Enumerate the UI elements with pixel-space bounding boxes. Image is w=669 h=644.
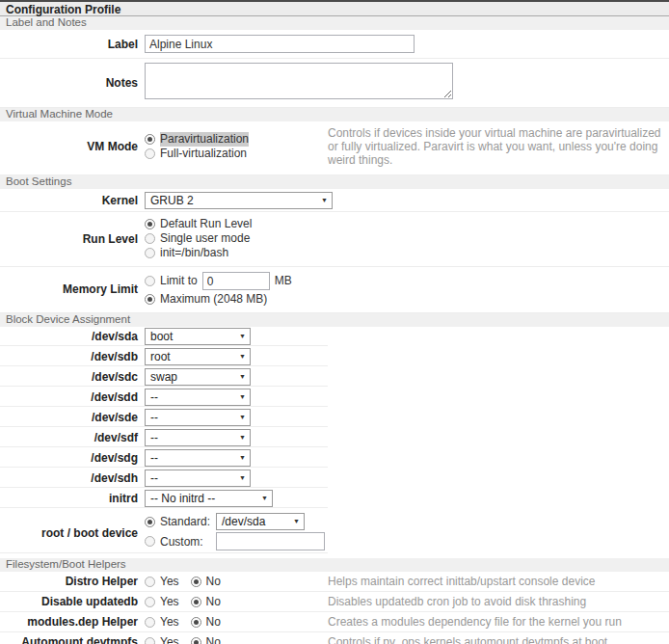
init-bin-bash-radio[interactable]	[145, 248, 155, 258]
chevron-down-icon: ▼	[321, 193, 328, 208]
chevron-down-icon: ▼	[239, 329, 246, 344]
label-row: Label	[0, 30, 669, 59]
device-row-sdf: /dev/sdf -- ▼	[0, 428, 669, 448]
kernel-row: Kernel GRUB 2 ▼	[0, 189, 669, 212]
device-sdh-select-value: --	[150, 470, 158, 486]
maximum-memory-radio[interactable]	[145, 294, 155, 305]
disable-updatedb-help-text: Disables updatedb cron job to avoid disk…	[328, 595, 669, 608]
custom-device-radio[interactable]	[145, 536, 155, 547]
no-label[interactable]: No	[206, 595, 221, 608]
single-user-mode-radio[interactable]	[145, 233, 155, 244]
automount-devtmpfs-no-radio[interactable]	[191, 637, 201, 644]
device-sdd-select-value: --	[150, 389, 158, 405]
device-sdg-select[interactable]: -- ▼	[145, 449, 251, 467]
chevron-down-icon: ▼	[239, 430, 246, 445]
device-sdd-select[interactable]: -- ▼	[145, 389, 251, 406]
device-sdf-label: /dev/sdf	[0, 431, 145, 444]
automount-devtmpfs-yes-radio[interactable]	[145, 637, 155, 644]
automount-devtmpfs-help-text: Controls if pv_ops kernels automount dev…	[328, 635, 669, 644]
section-boot-settings: Boot Settings	[0, 175, 669, 189]
distro-helper-label: Distro Helper	[0, 575, 145, 588]
device-sde-label: /dev/sde	[0, 411, 145, 424]
modules-dep-yes-radio[interactable]	[145, 617, 155, 628]
yes-label[interactable]: Yes	[160, 635, 179, 644]
disable-updatedb-no-radio[interactable]	[191, 597, 201, 607]
yes-label[interactable]: Yes	[160, 595, 179, 608]
device-sdc-label: /dev/sdc	[0, 370, 145, 384]
section-virtual-machine-mode: Virtual Machine Mode	[0, 108, 669, 121]
chevron-down-icon: ▼	[239, 450, 246, 466]
automount-devtmpfs-label: Automount devtmpfs	[0, 635, 145, 644]
device-sde-select[interactable]: -- ▼	[145, 409, 251, 426]
init-bin-bash-option-label[interactable]: init=/bin/bash	[160, 246, 228, 260]
device-sdg-label: /dev/sdg	[0, 451, 145, 465]
initrd-row: initrd -- No initrd -- ▼	[0, 489, 669, 509]
distro-helper-no-radio[interactable]	[191, 577, 201, 587]
disable-updatedb-yes-radio[interactable]	[145, 597, 155, 607]
yes-label[interactable]: Yes	[160, 615, 179, 629]
device-sdb-label: /dev/sdb	[0, 350, 145, 363]
device-sda-select[interactable]: boot ▼	[145, 328, 251, 345]
notes-field-label: Notes	[0, 76, 145, 90]
initrd-select[interactable]: -- No initrd -- ▼	[145, 490, 273, 507]
default-run-level-option-label[interactable]: Default Run Level	[160, 217, 252, 231]
chevron-down-icon: ▼	[239, 369, 246, 385]
initrd-select-value: -- No initrd --	[150, 491, 215, 506]
full-virtualization-option-label[interactable]: Full-virtualization	[160, 147, 247, 161]
distro-helper-help-text: Helps maintain correct inittab/upstart c…	[328, 575, 669, 588]
limit-to-radio[interactable]	[145, 276, 155, 286]
modules-dep-no-radio[interactable]	[191, 617, 201, 628]
chevron-down-icon: ▼	[239, 389, 246, 405]
no-label[interactable]: No	[206, 635, 221, 644]
custom-option-label[interactable]: Custom:	[160, 535, 216, 549]
no-label[interactable]: No	[206, 575, 221, 588]
device-sdd-label: /dev/sdd	[0, 390, 145, 404]
full-virtualization-radio[interactable]	[145, 148, 155, 159]
paravirtualization-option-label[interactable]: Paravirtualization	[160, 132, 249, 147]
device-sdf-select[interactable]: -- ▼	[145, 429, 251, 446]
standard-option-label[interactable]: Standard:	[160, 515, 216, 528]
maximum-memory-option-label[interactable]: Maximum (2048 MB)	[160, 292, 267, 307]
standard-device-radio[interactable]	[145, 517, 155, 527]
vm-mode-field-label: VM Mode	[0, 140, 145, 153]
paravirtualization-radio[interactable]	[145, 134, 155, 145]
memory-limit-field-label: Memory Limit	[0, 282, 145, 296]
device-sdc-select[interactable]: swap ▼	[145, 368, 251, 386]
device-sda-label: /dev/sda	[0, 330, 145, 343]
label-field-label: Label	[0, 38, 145, 51]
memory-limit-input[interactable]	[202, 272, 270, 290]
chevron-down-icon: ▼	[239, 470, 246, 486]
disable-updatedb-label: Disable updatedb	[0, 595, 145, 608]
configuration-profile-page: Configuration Profile Label and Notes La…	[0, 0, 669, 644]
no-label[interactable]: No	[206, 615, 221, 629]
yes-label[interactable]: Yes	[160, 575, 179, 588]
modules-dep-helper-label: modules.dep Helper	[0, 615, 145, 629]
vm-mode-help-text: Controls if devices inside your virtual …	[328, 126, 669, 167]
device-sda-select-value: boot	[150, 329, 173, 344]
device-sdh-select[interactable]: -- ▼	[145, 470, 251, 487]
section-filesystem-boot-helpers: Filesystem/Boot Helpers	[0, 558, 669, 572]
distro-helper-yes-radio[interactable]	[145, 577, 155, 587]
limit-to-option-label[interactable]: Limit to	[160, 272, 198, 290]
device-sdb-select[interactable]: root ▼	[145, 348, 251, 365]
device-row-sde: /dev/sde -- ▼	[0, 408, 669, 428]
device-row-sdd: /dev/sdd -- ▼	[0, 388, 669, 408]
single-user-mode-option-label[interactable]: Single user mode	[160, 231, 250, 246]
kernel-select[interactable]: GRUB 2 ▼	[145, 192, 333, 209]
run-level-row: Run Level Default Run Level Single user …	[0, 212, 669, 267]
automount-devtmpfs-row: Automount devtmpfs Yes No Controls if pv…	[0, 632, 669, 644]
custom-device-input[interactable]	[216, 532, 325, 550]
device-row-sda: /dev/sda boot ▼	[0, 327, 669, 347]
disable-updatedb-row: Disable updatedb Yes No Disables updated…	[0, 592, 669, 612]
memory-unit-label: MB	[275, 272, 292, 290]
initrd-label: initrd	[0, 492, 145, 505]
notes-row: Notes	[0, 59, 669, 108]
device-sdb-select-value: root	[150, 349, 171, 364]
device-row-sdh: /dev/sdh -- ▼	[0, 469, 669, 489]
device-sdg-select-value: --	[150, 450, 158, 466]
kernel-select-value: GRUB 2	[150, 193, 194, 208]
default-run-level-radio[interactable]	[145, 219, 155, 229]
root-boot-device-row: root / boot device Standard: /dev/sda ▼ …	[0, 509, 669, 558]
standard-device-select[interactable]: /dev/sda ▼	[216, 513, 305, 530]
device-row-sdb: /dev/sdb root ▼	[0, 347, 669, 367]
